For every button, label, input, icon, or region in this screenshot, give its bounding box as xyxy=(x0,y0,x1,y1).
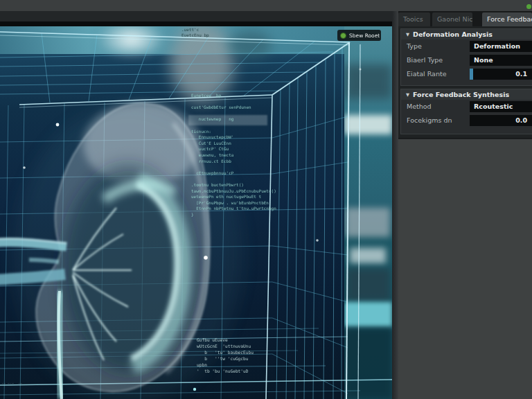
method-dropdown[interactable]: Rcoutestic xyxy=(470,101,532,112)
slider-fill xyxy=(470,69,473,80)
property-row: Biaerl Type None xyxy=(401,53,532,67)
section-title: Deformation Analysis xyxy=(413,30,493,38)
property-row: Eiatal Rante 0.1 xyxy=(401,67,532,81)
badge-status-dot-icon xyxy=(340,33,346,39)
properties-panel: Tooics Gaonel Nice Force Feedback ▼ Defo… xyxy=(398,11,532,399)
focekigms-slider[interactable]: 0.0 xyxy=(470,115,532,126)
tab-tools[interactable]: Tooics xyxy=(398,12,430,26)
section-force-feedback-synthesis: ▼ Force Feedback Synthesis Method Rcoute… xyxy=(400,89,532,134)
eiatal-rante-slider[interactable]: 0.1 xyxy=(470,69,532,80)
properties-area: ▼ Deformation Analysis Type Deformation … xyxy=(398,26,532,139)
window-top-bar xyxy=(0,0,532,11)
property-label: Focekigms dn xyxy=(407,116,452,124)
monitor-bezel-top xyxy=(0,11,398,26)
wireframe-and-model xyxy=(0,26,398,399)
property-label: Biaerl Type xyxy=(407,56,443,64)
box-front-edge xyxy=(346,43,360,399)
status-dot-icon xyxy=(526,4,531,9)
section-title: Force Feedback Synthesis xyxy=(413,91,509,98)
scene-canvas: .uett'cEuetcEnu bp Eunetceu bp cust'Gwbd… xyxy=(0,26,398,399)
property-label: Method xyxy=(407,103,432,110)
monitor-bezel-right xyxy=(392,11,398,399)
hud-highlight-band xyxy=(188,115,267,125)
collapse-triangle-icon: ▼ xyxy=(406,32,409,37)
property-label: Eiatal Rante xyxy=(407,70,446,78)
section-header[interactable]: ▼ Force Feedback Synthesis xyxy=(401,89,532,100)
type-dropdown[interactable]: Deformation Analysis xyxy=(470,41,532,52)
property-row: Focekigms dn 0.0 xyxy=(401,114,532,127)
property-row: Method Rcoutestic xyxy=(401,100,532,114)
property-label: Type xyxy=(407,42,422,50)
panel-tab-bar: Tooics Gaonel Nice Force Feedback xyxy=(398,11,532,26)
badge-label: Sbew Rooet xyxy=(349,33,380,39)
tab-gaonel-nice[interactable]: Gaonel Nice xyxy=(432,12,472,26)
panel-empty-area xyxy=(398,139,532,399)
tab-force-feedback[interactable]: Force Feedback xyxy=(482,12,532,26)
section-header[interactable]: ▼ Deformation Analysis xyxy=(401,29,532,39)
show-root-badge[interactable]: Sbew Rooet xyxy=(337,30,381,41)
collapse-triangle-icon: ▼ xyxy=(406,92,409,98)
biaerl-type-dropdown[interactable]: None xyxy=(470,55,532,66)
ureter xyxy=(59,291,62,399)
property-row: Type Deformation Analysis xyxy=(401,39,532,53)
kidney-model xyxy=(0,103,242,399)
section-deformation-analysis: ▼ Deformation Analysis Type Deformation … xyxy=(400,28,532,86)
3d-viewport[interactable]: .uett'cEuetcEnu bp Eunetceu bp cust'Gwbd… xyxy=(0,11,398,399)
